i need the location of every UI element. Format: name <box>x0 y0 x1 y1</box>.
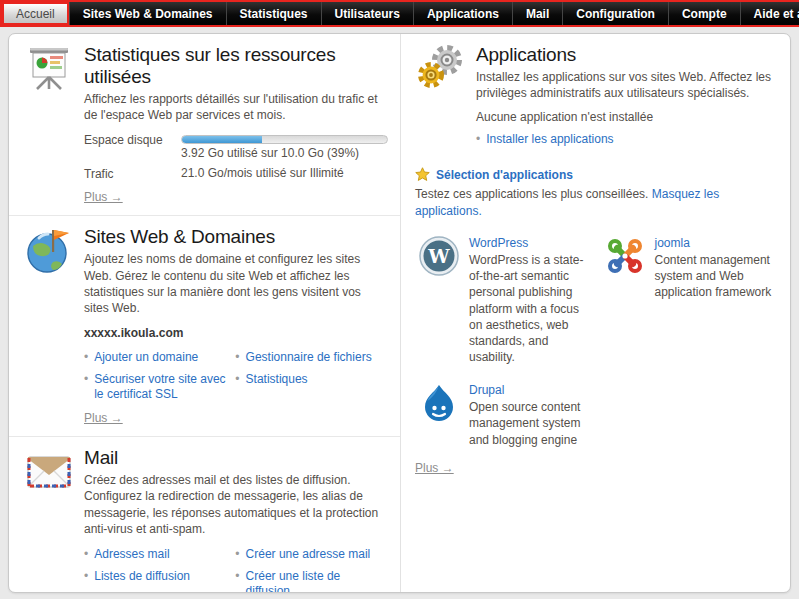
globe-flag-icon <box>25 226 73 274</box>
featured-apps-intro: Testez ces applications les plus conseil… <box>415 186 776 220</box>
mail-description: Créez des adresses mail et des listes de… <box>84 472 388 537</box>
install-applications-link[interactable]: Installer les applications <box>486 132 613 147</box>
tab-statistiques[interactable]: Statistiques <box>226 2 321 25</box>
create-mail-address-link[interactable]: Créer une adresse mail <box>246 547 371 562</box>
drupal-description: Open source content management system an… <box>469 399 591 448</box>
add-domain-link[interactable]: Ajouter un domaine <box>94 350 198 365</box>
section-sites-web-domaines: Sites Web & Domaines Ajoutez les noms de… <box>9 216 400 437</box>
nav-tabs-annotation-box: Accueil Sites Web & Domaines Statistique… <box>0 0 799 27</box>
disk-usage-progressbar <box>181 135 388 144</box>
bullet: • <box>235 547 239 562</box>
applications-gears-icon <box>417 44 465 92</box>
app-card-wordpress: W WordPress WordPress is a state-of-the-… <box>419 236 591 365</box>
section-statistiques: Statistiques sur les ressources utilisée… <box>9 34 400 216</box>
applications-description: Installez les applications sur vos sites… <box>476 69 776 101</box>
bullet: • <box>235 350 239 365</box>
disk-usage-progress-fill <box>182 136 262 143</box>
bullet: • <box>84 372 88 402</box>
featured-more-link[interactable]: Plus → <box>415 461 454 475</box>
wordpress-description: WordPress is a state-of-the-art semantic… <box>469 252 591 365</box>
bullet: • <box>84 350 88 365</box>
disk-usage-text: 3.92 Go utilisé sur 10.0 Go (39%) <box>181 146 388 160</box>
drupal-icon <box>419 383 459 423</box>
wordpress-icon: W <box>419 236 459 276</box>
app-card-joomla: joomla Content management system and Web… <box>605 236 777 365</box>
file-manager-link[interactable]: Gestionnaire de fichiers <box>246 350 372 365</box>
domains-title: Sites Web & Domaines <box>84 226 388 248</box>
bullet: • <box>235 372 239 402</box>
bullet: • <box>84 569 88 593</box>
joomla-link[interactable]: joomla <box>655 236 777 250</box>
domain-name: xxxxx.ikoula.com <box>84 326 388 340</box>
tab-configuration[interactable]: Configuration <box>562 2 668 25</box>
tab-aide-assistance[interactable]: Aide et assistance technique <box>740 2 799 25</box>
stats-more-link[interactable]: Plus → <box>84 190 123 204</box>
bullet: • <box>235 569 239 593</box>
stats-description: Affichez les rapports détaillés sur l'ut… <box>84 91 388 123</box>
drupal-link[interactable]: Drupal <box>469 383 591 397</box>
section-mail: Mail Créez des adresses mail et des list… <box>9 437 400 593</box>
home-panel: Statistiques sur les ressources utilisée… <box>8 33 791 593</box>
resource-stats-icon <box>25 44 73 92</box>
mail-envelope-icon <box>25 447 73 495</box>
bullet: • <box>84 547 88 562</box>
applications-status: Aucune application n'est installée <box>476 110 776 124</box>
svg-text:W: W <box>427 244 450 266</box>
star-icon <box>415 167 430 182</box>
ssl-certificate-link[interactable]: Sécuriser votre site avec le certificat … <box>94 372 229 402</box>
top-navigation-bar: Accueil Sites Web & Domaines Statistique… <box>0 0 799 27</box>
tab-accueil[interactable]: Accueil <box>2 2 69 25</box>
statistics-link[interactable]: Statistiques <box>246 372 308 402</box>
disk-space-label: Espace disque <box>84 132 181 147</box>
featured-intro-text: Testez ces applications les plus conseil… <box>415 187 648 201</box>
tab-sites-web-domaines[interactable]: Sites Web & Domaines <box>69 2 226 25</box>
tab-compte[interactable]: Compte <box>668 2 740 25</box>
bullet: • <box>476 132 480 147</box>
mail-addresses-link[interactable]: Adresses mail <box>94 547 169 562</box>
mail-title: Mail <box>84 447 388 469</box>
right-column: Applications Installez les applications … <box>401 34 790 592</box>
domains-more-link[interactable]: Plus → <box>84 411 123 425</box>
traffic-usage-text: 21.0 Go/mois utilisé sur Illimité <box>181 166 388 180</box>
section-applications: Applications Installez les applications … <box>413 44 776 151</box>
domains-description: Ajoutez les noms de domaine et configure… <box>84 251 388 316</box>
tab-utilisateurs[interactable]: Utilisateurs <box>321 2 413 25</box>
create-mailing-list-link[interactable]: Créer une liste de diffusion <box>246 569 388 593</box>
joomla-icon <box>605 236 645 276</box>
app-card-drupal: Drupal Open source content management sy… <box>419 383 591 448</box>
tab-mail[interactable]: Mail <box>512 2 562 25</box>
applications-title: Applications <box>476 44 776 66</box>
featured-apps-header: Sélection d'applications <box>415 167 776 182</box>
joomla-description: Content management system and Web applic… <box>655 252 777 301</box>
featured-apps-grid: W WordPress WordPress is a state-of-the-… <box>419 236 776 448</box>
wordpress-link[interactable]: WordPress <box>469 236 591 250</box>
left-column: Statistiques sur les ressources utilisée… <box>9 34 401 592</box>
featured-apps-title: Sélection d'applications <box>436 168 573 182</box>
tab-applications[interactable]: Applications <box>413 2 512 25</box>
stats-title: Statistiques sur les ressources utilisée… <box>84 44 388 88</box>
mailing-lists-link[interactable]: Listes de diffusion <box>94 569 190 593</box>
traffic-label: Trafic <box>84 166 181 181</box>
